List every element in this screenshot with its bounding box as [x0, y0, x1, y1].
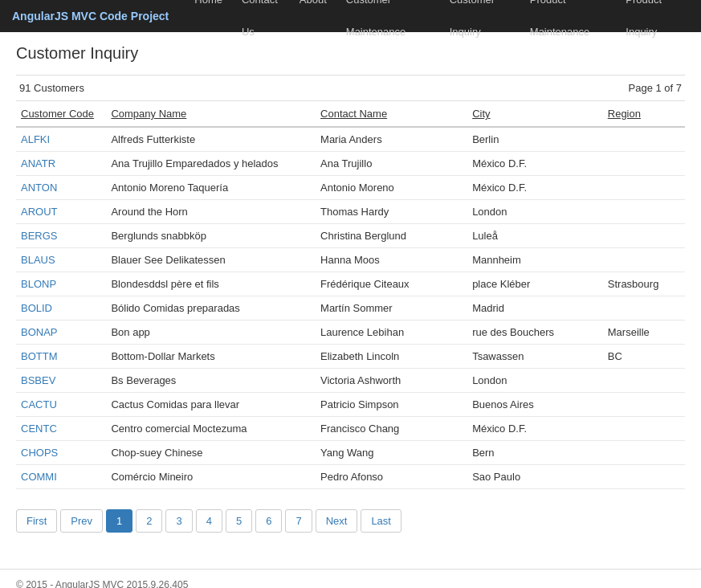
cell-code: BONAP: [16, 321, 106, 345]
customer-code-link[interactable]: AROUT: [21, 206, 58, 218]
cell-code: ALFKI: [16, 127, 106, 152]
cell-region: [603, 296, 685, 321]
nav-link-customer-maintenance[interactable]: Customer Maintenance: [336, 0, 440, 48]
table-row: ALFKIAlfreds FutterkisteMaria AndersBerl…: [16, 127, 685, 152]
nav-links: HomeContact UsAboutCustomer MaintenanceC…: [185, 0, 689, 48]
cell-city: Sao Paulo: [467, 465, 603, 489]
cell-region: [603, 176, 685, 200]
sort-region[interactable]: Region: [608, 108, 641, 120]
customer-code-link[interactable]: BSBEV: [21, 374, 55, 386]
cell-company: Antonio Moreno Taquería: [106, 176, 316, 200]
customer-code-link[interactable]: BOTTM: [21, 350, 58, 362]
nav-link-home[interactable]: Home: [185, 0, 232, 16]
cell-contact: Yang Wang: [316, 441, 467, 465]
cell-contact: Victoria Ashworth: [316, 369, 467, 393]
cell-code: CENTC: [16, 417, 106, 441]
cell-region: [603, 127, 685, 152]
table-body: ALFKIAlfreds FutterkisteMaria AndersBerl…: [16, 127, 685, 489]
sort-contact-name[interactable]: Contact Name: [320, 108, 387, 120]
th-company-name: Company Name: [106, 101, 316, 127]
table-row: CENTCCentro comercial MoctezumaFrancisco…: [16, 417, 685, 441]
pagination-first[interactable]: First: [16, 509, 57, 533]
cell-company: Bon app: [106, 321, 316, 345]
cell-company: Cactus Comidas para llevar: [106, 393, 316, 417]
nav-link-customer-inquiry[interactable]: Customer Inquiry: [440, 0, 520, 48]
cell-company: Chop-suey Chinese: [106, 441, 316, 465]
table-header-row: Customer Code Company Name Contact Name …: [16, 101, 685, 127]
cell-code: BLONP: [16, 272, 106, 296]
table-row: BOTTMBottom-Dollar MarketsElizabeth Linc…: [16, 345, 685, 369]
cell-region: [603, 417, 685, 441]
sort-city[interactable]: City: [472, 108, 490, 120]
cell-company: Bottom-Dollar Markets: [106, 345, 316, 369]
table-row: BLAUSBlauer See DelikatessenHanna MoosMa…: [16, 248, 685, 272]
cell-region: [603, 248, 685, 272]
cell-code: BLAUS: [16, 248, 106, 272]
customer-code-link[interactable]: CACTU: [21, 398, 57, 410]
sort-customer-code[interactable]: Customer Code: [21, 108, 94, 120]
cell-contact: Pedro Afonso: [316, 465, 467, 489]
pagination-prev[interactable]: Prev: [60, 509, 103, 533]
cell-region: [603, 369, 685, 393]
cell-region: [603, 152, 685, 176]
nav-link-contact-us[interactable]: Contact Us: [232, 0, 290, 48]
cell-code: BSBEV: [16, 369, 106, 393]
nav-link-product-inquiry[interactable]: Product Inquiry: [616, 0, 689, 48]
pagination-page-2[interactable]: 2: [136, 509, 162, 533]
cell-code: BERGS: [16, 224, 106, 248]
customer-code-link[interactable]: ANTON: [21, 182, 57, 194]
customer-code-link[interactable]: CENTC: [21, 423, 57, 435]
cell-city: rue des Bouchers: [467, 321, 603, 345]
cell-code: ANTON: [16, 176, 106, 200]
table-row: BLONPBlondesddsl père et filsFrédérique …: [16, 272, 685, 296]
customer-code-link[interactable]: ALFKI: [21, 133, 50, 145]
sort-company-name[interactable]: Company Name: [111, 108, 186, 120]
cell-code: CACTU: [16, 393, 106, 417]
pagination-next[interactable]: Next: [316, 509, 358, 533]
cell-city: Berlin: [467, 127, 603, 152]
cell-region: [603, 465, 685, 489]
cell-contact: Hanna Moos: [316, 248, 467, 272]
cell-company: Bs Beverages: [106, 369, 316, 393]
customer-code-link[interactable]: COMMI: [21, 471, 57, 483]
pagination-page-6[interactable]: 6: [255, 509, 282, 533]
th-customer-code: Customer Code: [16, 101, 106, 127]
cell-region: [603, 441, 685, 465]
pagination-last[interactable]: Last: [361, 509, 401, 533]
cell-region: BC: [603, 345, 685, 369]
pagination-page-5[interactable]: 5: [226, 509, 252, 533]
info-bar: 91 Customers Page 1 of 7: [16, 75, 685, 101]
th-contact-name: Contact Name: [316, 101, 467, 127]
pagination-page-3[interactable]: 3: [165, 509, 192, 533]
customer-code-link[interactable]: BOLID: [21, 302, 52, 314]
cell-company: Blauer See Delikatessen: [106, 248, 316, 272]
customer-code-link[interactable]: BLAUS: [21, 254, 55, 266]
customer-code-link[interactable]: BERGS: [21, 230, 58, 242]
cell-city: México D.F.: [467, 417, 603, 441]
cell-company: Berglunds snabbköp: [106, 224, 316, 248]
pagination-page-1[interactable]: 1: [106, 509, 132, 533]
cell-city: place Kléber: [467, 272, 603, 296]
cell-company: Centro comercial Moctezuma: [106, 417, 316, 441]
customer-code-link[interactable]: CHOPS: [21, 447, 58, 459]
cell-contact: Martín Sommer: [316, 296, 467, 321]
customer-code-link[interactable]: BONAP: [21, 326, 58, 338]
pagination-page-7[interactable]: 7: [285, 509, 312, 533]
cell-company: Bólido Comidas preparadas: [106, 296, 316, 321]
table-row: AROUTAround the HornThomas HardyLondon: [16, 200, 685, 224]
cell-contact: Elizabeth Lincoln: [316, 345, 467, 369]
customer-code-link[interactable]: BLONP: [21, 278, 56, 290]
cell-city: Madrid: [467, 296, 603, 321]
navbar-brand[interactable]: AngularJS MVC Code Project: [12, 10, 169, 22]
nav-link-product-maintenance[interactable]: Product Maintenance: [520, 0, 617, 48]
customer-code-link[interactable]: ANATR: [21, 157, 55, 169]
table-row: BERGSBerglunds snabbköpChristina Berglun…: [16, 224, 685, 248]
footer-text: © 2015 - AngularJS MVC 2015.9.26.405: [16, 579, 188, 588]
pagination-page-4[interactable]: 4: [196, 509, 222, 533]
cell-code: AROUT: [16, 200, 106, 224]
cell-contact: Francisco Chang: [316, 417, 467, 441]
customer-table: Customer Code Company Name Contact Name …: [16, 101, 685, 489]
nav-link-about[interactable]: About: [290, 0, 336, 16]
cell-city: México D.F.: [467, 152, 603, 176]
cell-contact: Antonio Moreno: [316, 176, 467, 200]
